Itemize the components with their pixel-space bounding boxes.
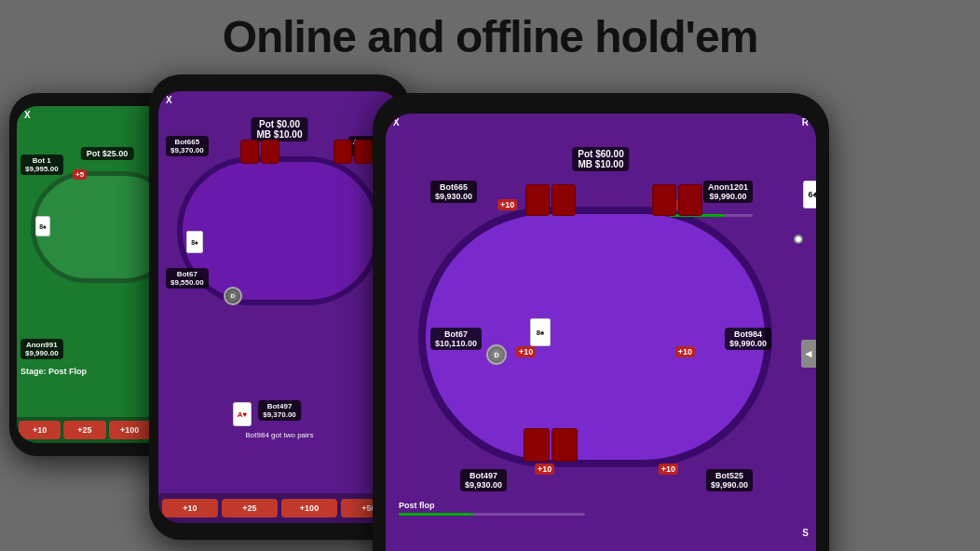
phone2-bot67: Bot67 $9,550.00: [166, 268, 209, 289]
phone3-bot67: Bot67 $10,110.00: [430, 328, 482, 350]
phone1-btn-25[interactable]: +25: [63, 421, 105, 439]
phone3-card-anon-fd2: [678, 184, 702, 216]
phone1-pot: Pot $25.00: [81, 147, 134, 160]
phone3-bot665: Bot665 $9,930.00: [430, 181, 477, 203]
phone3-card-fd1: [525, 184, 550, 216]
phone2-actions: +10 +25 +100 +50: [158, 493, 401, 523]
phone3-corner-s: S: [802, 528, 809, 538]
phone1-btn-100[interactable]: +100: [109, 421, 151, 439]
phone3-bot984: Bot984 $9,990.00: [725, 328, 771, 350]
phone3-stage: Post flop: [399, 501, 435, 510]
phone2-btn-10[interactable]: +10: [162, 499, 218, 517]
phone1-corner-x: X: [24, 110, 31, 120]
phone3-bottom-fd1: [524, 428, 550, 462]
phone3-dealer-chip: D: [486, 344, 507, 365]
phone3-bot525: Bot525 $9,990.00: [706, 469, 753, 491]
phone1-player-bot1: Bot 1 $9,995.00: [20, 155, 63, 175]
phone3-progress-bar: [399, 513, 473, 516]
phone-3: X R S Pot $60.00 MB $10.00 Bot665 $9,930…: [373, 93, 829, 551]
phones-container: X Pot $25.00 Bot 1 $9,995.00 +5 Bot 2 $9…: [0, 74, 980, 551]
phone3-arrow[interactable]: ◄: [801, 340, 816, 368]
phone2-card-anon-fd1: [333, 140, 352, 164]
phone2-btn-25[interactable]: +25: [222, 499, 278, 517]
phone2-card-anon-fd2: [354, 140, 373, 164]
phone1-player-anon991: Anon991 $9,990.00: [20, 339, 63, 359]
phone1-stage: Stage: Post Flop: [20, 367, 87, 376]
phone-2: X Pot $0.00 MB $10.00 Bot665 $9,370.00 A…: [149, 74, 410, 540]
phone3-dot-1: [794, 235, 803, 244]
phone2-corner-x: X: [166, 95, 172, 105]
phone3-chip-bot497: +10: [535, 464, 554, 475]
phone3-chip-bot525: +10: [659, 464, 678, 475]
phone2-bot497: Bot497 $9,370.00: [258, 400, 301, 421]
phone3-card-anon-fd1: [652, 184, 676, 216]
phone3-corner-r: R: [802, 117, 809, 128]
phone2-pot: Pot $0.00 MB $10.00: [252, 117, 308, 141]
phone3-chip-bot665: +10: [497, 199, 517, 210]
phone2-card-top-fd1: [240, 140, 259, 164]
phone3-bottom-fd2: [551, 428, 578, 462]
phone1-btn-10[interactable]: +10: [19, 421, 61, 439]
phone1-chip-bot1: +5: [73, 169, 87, 180]
phone3-card-fd2: [551, 184, 576, 216]
phone3-corner-x: X: [393, 117, 400, 128]
phone2-card-top-fd2: [261, 140, 279, 164]
phone-2-screen: X Pot $0.00 MB $10.00 Bot665 $9,370.00 A…: [158, 91, 401, 523]
phone3-pot: Pot $60.00 MB $10.00: [572, 147, 629, 171]
phone-3-screen: X R S Pot $60.00 MB $10.00 Bot665 $9,930…: [386, 114, 816, 551]
phone3-chip-bot984: +10: [675, 346, 695, 357]
phone2-btn-100[interactable]: +100: [281, 499, 337, 517]
phone2-dealer-chip: D: [224, 287, 242, 305]
phone2-result: Bot984 got two pairs: [246, 431, 314, 439]
phone3-bot497: Bot497 $9,930.00: [460, 469, 507, 491]
phone3-chip-bot67: +10: [516, 346, 536, 357]
phone2-bot665: Bot665 $9,370.00: [166, 136, 209, 156]
headline: Online and offline hold'em: [0, 0, 980, 62]
phone3-anon1201: Anon1201 $9,990.00: [703, 181, 753, 203]
